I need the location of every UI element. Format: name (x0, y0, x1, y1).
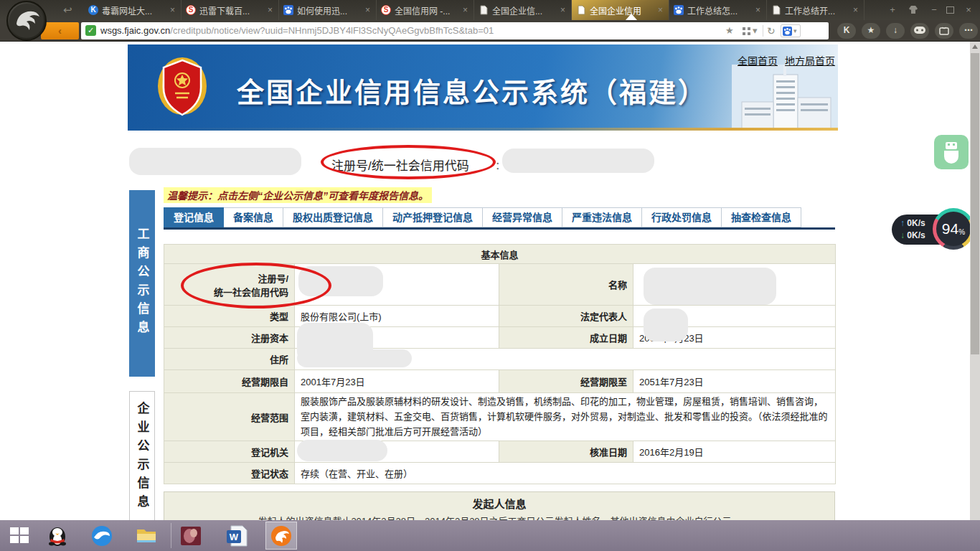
label-term-to: 经营期限至 (499, 370, 633, 393)
close-tab-icon[interactable]: × (656, 5, 664, 15)
tab-administrative-penalty-info[interactable]: 行政处罚信息 (642, 207, 722, 227)
close-tab-icon[interactable]: × (559, 5, 567, 15)
tab-label: 毒霸网址大... (102, 4, 165, 17)
close-tab-icon[interactable]: × (364, 5, 372, 15)
games-button[interactable] (910, 23, 929, 39)
qq-icon[interactable] (46, 524, 69, 547)
scroll-up-arrow[interactable] (972, 44, 978, 49)
download-button[interactable]: ↓ (886, 23, 905, 39)
restore-window-button[interactable] (946, 6, 954, 14)
close-tab-icon[interactable]: × (852, 5, 859, 15)
tab-worksummary-open[interactable]: 工作总结开... × (767, 0, 864, 20)
tab-gsxt-active[interactable]: 全国企业信用 × (572, 0, 669, 20)
minimize-button[interactable]: − (925, 4, 943, 17)
restore-tab-icon[interactable]: ↩ (63, 4, 72, 17)
tab-chattel-mortgage-info[interactable]: 动产抵押登记信息 (383, 207, 483, 227)
tip-banner: 温馨提示：点击左侧“企业公示信息”可查看年度报告信息。 (164, 187, 432, 203)
menu-more-button[interactable]: ⋯ (959, 23, 978, 39)
tab-worksummary-how[interactable]: 工作总结怎... × (669, 0, 767, 20)
close-tab-icon[interactable]: × (461, 5, 469, 15)
url-path: /creditpub/notice/view?uuid=NHnmj5DJBY4l… (170, 25, 494, 36)
tab-dubawangzhi[interactable]: K 毒霸网址大... × (84, 0, 182, 20)
svg-text:W: W (230, 532, 239, 542)
redacted-credit-code (502, 149, 654, 173)
new-tab-button[interactable]: + (884, 4, 901, 17)
kingsoft-button[interactable]: K (837, 23, 856, 39)
tab-label: 迅雷下载百... (199, 4, 263, 17)
tab-equity-pledge-info[interactable]: 股权出质登记信息 (283, 207, 383, 227)
tab-howto-xunlei[interactable]: 如何使用迅... × (279, 0, 377, 20)
upload-speed: 0K/s (907, 218, 925, 228)
word-icon[interactable]: W (225, 524, 248, 547)
url-text: wsgs.fjaic.gov.cn/creditpub/notice/view?… (100, 25, 689, 36)
tab-label: 如何使用迅... (297, 4, 360, 17)
baidu-paw-icon (783, 27, 792, 36)
back-button[interactable]: ‹ (41, 22, 79, 39)
file-explorer-icon[interactable] (135, 524, 158, 547)
label-term-from: 经营期限自 (164, 370, 295, 393)
tab-registration-info[interactable]: 登记信息 (164, 207, 224, 227)
video-button[interactable] (935, 23, 953, 39)
close-tab-icon[interactable]: × (266, 5, 274, 15)
link-national-home[interactable]: 全国首页 (738, 53, 778, 67)
qr-dropdown-caret-icon[interactable]: ▾ (753, 25, 758, 36)
cheetah-browser-taskbar-icon[interactable] (270, 524, 293, 547)
tab-spot-check-info[interactable]: 抽查检查信息 (722, 207, 801, 227)
close-tab-icon[interactable]: × (169, 5, 176, 15)
label-registration-status: 登记状态 (164, 463, 295, 484)
tv-icon (939, 27, 949, 35)
close-tab-icon[interactable]: × (754, 5, 762, 15)
redacted-authority (297, 440, 387, 461)
usb-eject-widget[interactable] (934, 135, 969, 169)
thunder-icon: S (186, 5, 196, 15)
sidebar-item-gongshang[interactable]: 工商公示信息 (129, 190, 155, 377)
promoter-title: 发起人信息 (164, 496, 834, 511)
photo-viewer-icon[interactable] (179, 524, 202, 547)
cheetah-browser-logo[interactable] (6, 1, 47, 41)
bookmark-star-icon[interactable]: ★ (725, 25, 734, 36)
value-term-from: 2001年7月23日 (295, 370, 499, 393)
search-engine-selector[interactable]: ▾ (781, 24, 801, 37)
value-approval-date: 2016年2月19日 (633, 441, 836, 463)
tab-gsxt-other[interactable]: 全国企业信... × (474, 0, 572, 20)
redacted-address (297, 349, 412, 367)
label-registered-capital: 注册资本 (164, 327, 295, 349)
tab-label: 全国企业信用 (590, 4, 653, 17)
tab-strip: K 毒霸网址大... × S 迅雷下载百... × 如何使用迅... × S 全… (84, 0, 864, 20)
start-button[interactable] (10, 527, 29, 544)
label-registration-authority: 登记机关 (164, 441, 295, 463)
score-value: 94 (942, 220, 958, 237)
label-name: 名称 (499, 264, 633, 306)
label-type: 类型 (164, 306, 295, 327)
favorites-button[interactable]: ★ (862, 23, 880, 39)
table-title: 基本信息 (164, 245, 836, 264)
label-address: 住所 (164, 349, 295, 370)
download-arrow-icon: ↓ (900, 230, 905, 240)
tab-filing-info[interactable]: 备案信息 (224, 207, 283, 227)
tab-label: 全国信用网 -... (395, 4, 458, 17)
url-field[interactable]: ✓ wsgs.fjaic.gov.cn/creditpub/notice/vie… (81, 22, 829, 39)
tab-abnormal-operation-info[interactable]: 经营异常信息 (483, 207, 562, 227)
tab-xunlei-download[interactable]: S 迅雷下载百... × (182, 0, 279, 20)
tab-serious-violation-info[interactable]: 严重违法信息 (562, 207, 642, 227)
close-window-button[interactable]: × (960, 4, 977, 17)
system-score-widget[interactable]: 94 % (933, 208, 974, 250)
cheetah-icon (8, 2, 45, 39)
skin-theme-icon[interactable] (908, 5, 918, 14)
page-scrollbar[interactable] (970, 42, 980, 520)
saic-emblem (155, 53, 209, 122)
browser-tab-bar: ↩ K 毒霸网址大... × S 迅雷下载百... × 如何使用迅... × S… (0, 0, 980, 20)
tab-label: 工作总结怎... (687, 4, 750, 17)
qq-browser-icon[interactable] (90, 524, 113, 547)
tab-credit-site[interactable]: S 全国信用网 -... × (377, 0, 474, 20)
taskbar: W 29°C 中 S (0, 520, 980, 551)
header-links: 全国首页 地方局首页 (738, 53, 835, 67)
site-banner: 全国企业信用信息公示系统（福建） (128, 44, 838, 131)
redacted-legal-rep (644, 309, 688, 342)
link-local-bureau-home[interactable]: 地方局首页 (785, 53, 835, 67)
qr-code-icon[interactable] (743, 27, 750, 35)
refresh-icon[interactable]: ↻ (767, 25, 776, 37)
sidebar-item-qiye[interactable]: 企业公示信息 (129, 391, 155, 524)
annotation-circle-table (181, 263, 331, 309)
scrollbar-thumb[interactable] (971, 53, 979, 354)
